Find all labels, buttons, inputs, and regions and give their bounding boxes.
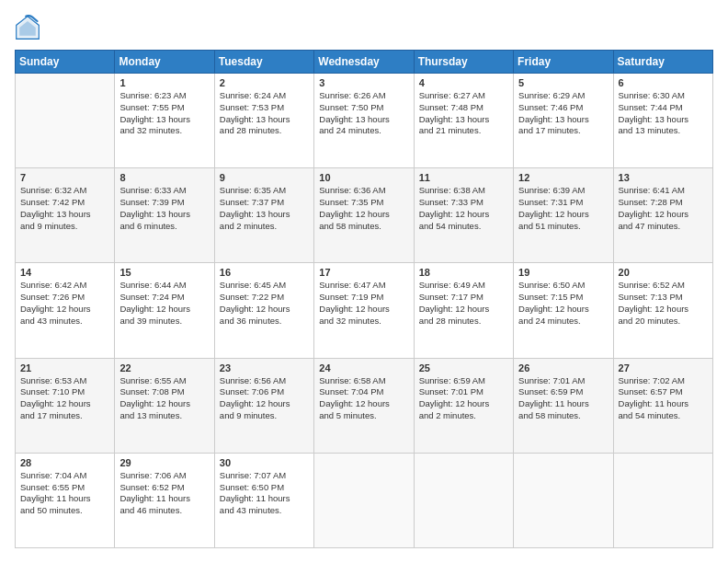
day-info: Sunrise: 7:06 AM Sunset: 6:52 PM Dayligh… (119, 470, 209, 517)
calendar-cell: 19Sunrise: 6:50 AM Sunset: 7:15 PM Dayli… (514, 263, 613, 358)
day-number: 13 (619, 172, 708, 183)
calendar-cell: 28Sunrise: 7:04 AM Sunset: 6:55 PM Dayli… (16, 453, 115, 547)
day-info: Sunrise: 6:52 AM Sunset: 7:13 PM Dayligh… (619, 280, 708, 327)
day-number: 28 (20, 457, 109, 468)
day-number: 1 (119, 77, 209, 88)
calendar-cell (613, 453, 712, 547)
calendar-cell: 26Sunrise: 7:01 AM Sunset: 6:59 PM Dayli… (514, 358, 613, 453)
calendar-cell: 23Sunrise: 6:56 AM Sunset: 7:06 PM Dayli… (214, 358, 313, 453)
day-info: Sunrise: 6:27 AM Sunset: 7:48 PM Dayligh… (419, 90, 508, 137)
calendar-table: SundayMondayTuesdayWednesdayThursdayFrid… (15, 50, 713, 548)
page-header (15, 15, 713, 40)
calendar-cell: 27Sunrise: 7:02 AM Sunset: 6:57 PM Dayli… (613, 358, 712, 453)
calendar-cell: 20Sunrise: 6:52 AM Sunset: 7:13 PM Dayli… (613, 263, 712, 358)
calendar-cell: 10Sunrise: 6:36 AM Sunset: 7:35 PM Dayli… (314, 168, 414, 263)
calendar-cell: 2Sunrise: 6:24 AM Sunset: 7:53 PM Daylig… (214, 74, 313, 168)
logo (15, 15, 44, 40)
calendar-week-row: 14Sunrise: 6:42 AM Sunset: 7:26 PM Dayli… (16, 263, 713, 358)
day-info: Sunrise: 6:29 AM Sunset: 7:46 PM Dayligh… (518, 90, 608, 137)
calendar-cell (414, 453, 513, 547)
day-info: Sunrise: 6:47 AM Sunset: 7:19 PM Dayligh… (319, 280, 408, 327)
calendar-cell: 5Sunrise: 6:29 AM Sunset: 7:46 PM Daylig… (514, 74, 613, 168)
day-info: Sunrise: 6:39 AM Sunset: 7:31 PM Dayligh… (518, 185, 608, 232)
day-number: 7 (20, 172, 109, 183)
day-info: Sunrise: 6:59 AM Sunset: 7:01 PM Dayligh… (419, 375, 508, 422)
day-number: 25 (419, 362, 508, 373)
day-number: 2 (220, 77, 309, 88)
day-number: 23 (220, 362, 309, 373)
day-number: 24 (319, 362, 408, 373)
calendar-cell: 7Sunrise: 6:32 AM Sunset: 7:42 PM Daylig… (16, 168, 115, 263)
day-number: 12 (518, 172, 608, 183)
day-info: Sunrise: 6:24 AM Sunset: 7:53 PM Dayligh… (220, 90, 309, 137)
day-info: Sunrise: 6:33 AM Sunset: 7:39 PM Dayligh… (119, 185, 209, 232)
day-number: 3 (319, 77, 408, 88)
day-number: 26 (518, 362, 608, 373)
header-sunday: Sunday (16, 51, 115, 74)
day-number: 9 (220, 172, 309, 183)
day-info: Sunrise: 6:49 AM Sunset: 7:17 PM Dayligh… (419, 280, 508, 327)
day-info: Sunrise: 6:38 AM Sunset: 7:33 PM Dayligh… (419, 185, 508, 232)
day-number: 30 (220, 457, 309, 468)
day-info: Sunrise: 6:53 AM Sunset: 7:10 PM Dayligh… (20, 375, 109, 422)
calendar-header-row: SundayMondayTuesdayWednesdayThursdayFrid… (16, 51, 713, 74)
header-saturday: Saturday (613, 51, 712, 74)
calendar-cell: 14Sunrise: 6:42 AM Sunset: 7:26 PM Dayli… (16, 263, 115, 358)
day-number: 6 (619, 77, 708, 88)
calendar-cell: 15Sunrise: 6:44 AM Sunset: 7:24 PM Dayli… (115, 263, 214, 358)
day-info: Sunrise: 7:01 AM Sunset: 6:59 PM Dayligh… (518, 375, 608, 422)
calendar-cell: 12Sunrise: 6:39 AM Sunset: 7:31 PM Dayli… (514, 168, 613, 263)
calendar-cell: 8Sunrise: 6:33 AM Sunset: 7:39 PM Daylig… (115, 168, 214, 263)
day-number: 8 (119, 172, 209, 183)
calendar-cell: 29Sunrise: 7:06 AM Sunset: 6:52 PM Dayli… (115, 453, 214, 547)
calendar-cell: 24Sunrise: 6:58 AM Sunset: 7:04 PM Dayli… (314, 358, 414, 453)
day-info: Sunrise: 7:02 AM Sunset: 6:57 PM Dayligh… (619, 375, 708, 422)
calendar-cell: 6Sunrise: 6:30 AM Sunset: 7:44 PM Daylig… (613, 74, 712, 168)
day-number: 10 (319, 172, 408, 183)
calendar-cell: 9Sunrise: 6:35 AM Sunset: 7:37 PM Daylig… (214, 168, 313, 263)
day-number: 29 (119, 457, 209, 468)
header-wednesday: Wednesday (314, 51, 414, 74)
day-number: 22 (119, 362, 209, 373)
day-info: Sunrise: 6:45 AM Sunset: 7:22 PM Dayligh… (220, 280, 309, 327)
day-number: 14 (20, 267, 109, 278)
day-number: 17 (319, 267, 408, 278)
calendar-cell: 16Sunrise: 6:45 AM Sunset: 7:22 PM Dayli… (214, 263, 313, 358)
day-info: Sunrise: 6:32 AM Sunset: 7:42 PM Dayligh… (20, 185, 109, 232)
day-info: Sunrise: 7:07 AM Sunset: 6:50 PM Dayligh… (220, 470, 309, 517)
day-info: Sunrise: 6:30 AM Sunset: 7:44 PM Dayligh… (619, 90, 708, 137)
day-info: Sunrise: 6:58 AM Sunset: 7:04 PM Dayligh… (319, 375, 408, 422)
header-friday: Friday (514, 51, 613, 74)
day-number: 19 (518, 267, 608, 278)
calendar-cell (314, 453, 414, 547)
day-number: 5 (518, 77, 608, 88)
day-number: 15 (119, 267, 209, 278)
day-info: Sunrise: 6:55 AM Sunset: 7:08 PM Dayligh… (119, 375, 209, 422)
day-number: 16 (220, 267, 309, 278)
calendar-week-row: 7Sunrise: 6:32 AM Sunset: 7:42 PM Daylig… (16, 168, 713, 263)
calendar-cell: 21Sunrise: 6:53 AM Sunset: 7:10 PM Dayli… (16, 358, 115, 453)
calendar-cell: 11Sunrise: 6:38 AM Sunset: 7:33 PM Dayli… (414, 168, 513, 263)
header-thursday: Thursday (414, 51, 513, 74)
calendar-cell: 17Sunrise: 6:47 AM Sunset: 7:19 PM Dayli… (314, 263, 414, 358)
header-monday: Monday (115, 51, 214, 74)
day-info: Sunrise: 6:35 AM Sunset: 7:37 PM Dayligh… (220, 185, 309, 232)
calendar-week-row: 28Sunrise: 7:04 AM Sunset: 6:55 PM Dayli… (16, 453, 713, 547)
day-number: 20 (619, 267, 708, 278)
day-number: 4 (419, 77, 508, 88)
day-info: Sunrise: 6:42 AM Sunset: 7:26 PM Dayligh… (20, 280, 109, 327)
day-number: 11 (419, 172, 508, 183)
calendar-cell (16, 74, 115, 168)
calendar-cell: 25Sunrise: 6:59 AM Sunset: 7:01 PM Dayli… (414, 358, 513, 453)
calendar-cell: 3Sunrise: 6:26 AM Sunset: 7:50 PM Daylig… (314, 74, 414, 168)
day-info: Sunrise: 6:36 AM Sunset: 7:35 PM Dayligh… (319, 185, 408, 232)
day-info: Sunrise: 7:04 AM Sunset: 6:55 PM Dayligh… (20, 470, 109, 517)
header-tuesday: Tuesday (214, 51, 313, 74)
calendar-week-row: 1Sunrise: 6:23 AM Sunset: 7:55 PM Daylig… (16, 74, 713, 168)
calendar-cell: 22Sunrise: 6:55 AM Sunset: 7:08 PM Dayli… (115, 358, 214, 453)
calendar-cell: 4Sunrise: 6:27 AM Sunset: 7:48 PM Daylig… (414, 74, 513, 168)
day-info: Sunrise: 6:56 AM Sunset: 7:06 PM Dayligh… (220, 375, 309, 422)
calendar-week-row: 21Sunrise: 6:53 AM Sunset: 7:10 PM Dayli… (16, 358, 713, 453)
calendar-cell (514, 453, 613, 547)
day-number: 18 (419, 267, 508, 278)
